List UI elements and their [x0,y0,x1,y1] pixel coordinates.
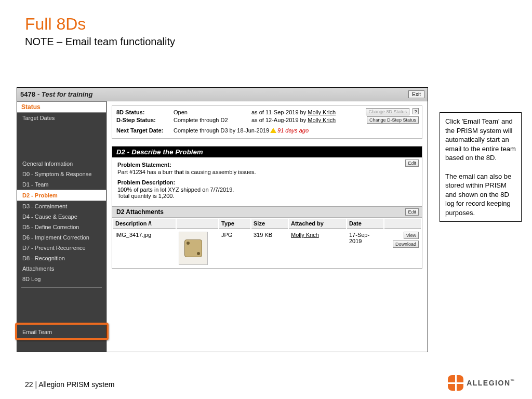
sidebar-item-d7[interactable]: D7 - Prevent Recurrence [17,243,106,253]
attachment-filename: IMG_3417.jpg [113,230,176,267]
download-attachment-button[interactable]: Download [393,241,419,248]
sidebar-status-label: Status [17,101,106,113]
callout-box: Click 'Email Team' and the PRISM system … [440,112,522,222]
help-icon[interactable]: ? [413,108,419,114]
allegion-logo: ALLEGION™ [448,375,515,391]
problem-statement-label: Problem Statement: [117,162,417,168]
email-team-button[interactable]: Email Team [17,326,106,338]
sidebar-item-d0[interactable]: D0 - Symptom & Response [17,169,106,179]
attachment-type: JPG [219,230,250,267]
overdue-text: 91 days ago [277,127,309,134]
8d-status-user-link[interactable]: Molly Krich [308,109,336,115]
record-id: 5478 [20,90,35,98]
sidebar-item-attachments[interactable]: Attachments [17,263,106,274]
attachment-user-link[interactable]: Molly Krich [291,232,319,238]
callout-paragraph-1: Click 'Email Team' and the PRISM system … [445,117,516,163]
sidebar-item-8d-log[interactable]: 8D Log [17,274,106,284]
change-8d-status-button[interactable]: Change 8D Status [366,108,409,115]
sidebar: Status Target Dates General Information … [17,101,107,352]
d2-section: D2 - Describe the Problem Edit Problem S… [112,146,422,269]
sidebar-item-d8[interactable]: D8 - Recognition [17,253,106,263]
dstep-status-user-link[interactable]: Molly Krich [308,117,336,123]
8d-status-asof: as of 11-Sep-2019 by Molly Krich [251,109,336,115]
edit-problem-button[interactable]: Edit [405,159,419,167]
sidebar-item-d2[interactable]: D2 - Problem [17,190,106,201]
change-dstep-status-button[interactable]: Change D-Step Status [367,116,419,124]
sidebar-item-d6[interactable]: D6 - Implement Correction [17,232,106,243]
next-target-value: Complete through D3 by 18-Jun-2019 [174,127,269,134]
logo-mark-icon [448,375,463,391]
app-window: 5478 - Test for training Exit Status Tar… [17,87,428,352]
record-title: - Test for training [37,90,92,98]
warning-icon [270,128,276,133]
attachments-table: Description /\ Type Size Attached by Dat… [112,218,422,268]
slide-footer: 22 | Allegion PRISM system [25,380,114,389]
view-attachment-button[interactable]: View [404,232,419,239]
problem-description-label: Problem Description: [117,179,417,185]
8d-status-value: Open [174,109,251,115]
problem-description-text: 100% of parts in lot XYZ shipped on 7/7/… [117,187,417,199]
dstep-status-asof: as of 12-Aug-2019 by Molly Krich [251,117,336,123]
sidebar-item-d3[interactable]: D3 - Containment [17,201,106,211]
problem-statement-text: Part #1234 has a burr that is causing as… [117,169,417,175]
col-type[interactable]: Type [219,219,250,229]
attachment-row: IMG_3417.jpg JPG 319 KB Molly Krich 17-S… [113,230,421,267]
slide-subtitle: NOTE – Email team functionality [25,36,532,48]
sidebar-item-d1[interactable]: D1 - Team [17,179,106,190]
col-size[interactable]: Size [251,219,288,229]
d2-section-heading: D2 - Describe the Problem [112,147,422,157]
attachment-size: 319 KB [251,230,288,267]
logo-text: ALLEGION™ [467,379,515,387]
sidebar-target-dates[interactable]: Target Dates [17,113,106,123]
attachment-date: 17-Sep-2019 [347,230,383,267]
8d-status-label: 8D Status: [116,109,174,115]
next-target-label: Next Target Date: [116,127,174,134]
status-block: Change 8D Status ? Change D-Step Status … [112,105,422,139]
callout-paragraph-2: The email can also be stored within PRIS… [445,172,516,218]
sidebar-item-d5[interactable]: D5 - Define Correction [17,222,106,232]
col-attached-by[interactable]: Attached by [289,219,346,229]
sidebar-item-general-info[interactable]: General Information [17,158,106,169]
attachment-thumbnail[interactable] [179,232,208,265]
edit-attachments-button[interactable]: Edit [405,208,419,216]
main-panel: Change 8D Status ? Change D-Step Status … [107,101,428,352]
d2-attachments-heading: D2 Attachments Edit [112,206,422,218]
exit-button[interactable]: Exit [408,90,424,98]
slide-title: Full 8Ds [25,15,532,34]
dstep-status-value: Complete through D2 [174,117,251,123]
col-date[interactable]: Date [347,219,383,229]
app-header: 5478 - Test for training Exit [17,88,428,101]
col-thumb [177,219,218,229]
col-description[interactable]: Description /\ [113,219,176,229]
dstep-status-label: D-Step Status: [116,117,174,123]
sidebar-item-d4[interactable]: D4 - Cause & Escape [17,211,106,222]
